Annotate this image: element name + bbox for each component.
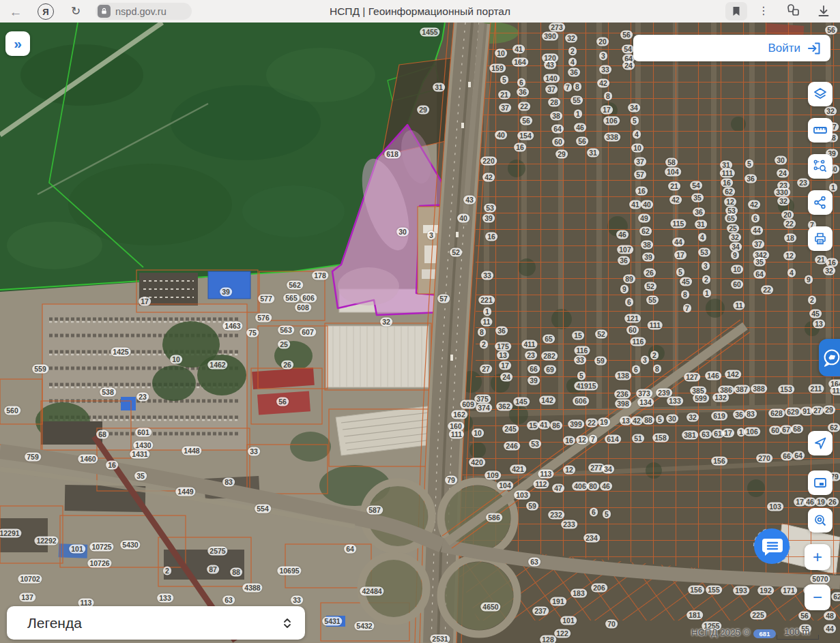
tabs-button[interactable] (785, 3, 801, 18)
browser-menu-button[interactable]: ⋮ (757, 3, 770, 18)
minimap-toggle-button[interactable] (808, 470, 832, 495)
address-bar[interactable]: nspd.gov.ru (96, 3, 192, 20)
minus-icon: − (813, 588, 822, 607)
login-button[interactable]: Войти (768, 42, 800, 55)
navigation-arrow-icon (813, 436, 828, 451)
chevron-up-down-icon (282, 616, 293, 630)
zoom-to-extent-button[interactable] (808, 508, 832, 533)
search-login-bar[interactable]: Войти (633, 35, 830, 61)
satellite-map[interactable] (0, 0, 840, 643)
draw-object-button[interactable] (819, 339, 840, 376)
magnifier-target-icon (813, 513, 828, 528)
map-viewport[interactable]: 1455312961830343405257321783956257756560… (0, 0, 840, 643)
plus-icon: + (813, 548, 822, 567)
legend-label: Легенда (27, 615, 82, 631)
geoportal-page: 1455312961830343405257321783956257756560… (0, 0, 840, 643)
print-button[interactable] (808, 226, 832, 251)
measure-button[interactable] (808, 118, 832, 143)
scale-bar (777, 635, 819, 640)
share-icon (813, 195, 828, 210)
expand-panel-button[interactable]: » (5, 31, 30, 56)
zoom-in-button[interactable]: + (805, 544, 830, 570)
picture-in-picture-icon (813, 475, 828, 490)
layers-button[interactable] (808, 82, 832, 106)
select-area-search-icon (813, 159, 828, 174)
layers-icon (813, 87, 828, 102)
double-chevron-right-icon: » (14, 35, 22, 52)
url-text: nspd.gov.ru (115, 6, 166, 17)
downloads-button[interactable] (816, 3, 831, 18)
share-button[interactable] (808, 190, 832, 215)
ruler-icon (813, 123, 828, 138)
map-attribution: НСПД 2025 © (691, 627, 750, 638)
browser-logo-icon[interactable]: Я (38, 3, 54, 20)
download-icon (816, 3, 831, 18)
login-icon (807, 41, 822, 56)
browser-back-button[interactable]: ← (8, 4, 23, 19)
bookmark-button[interactable] (725, 2, 747, 20)
reload-button[interactable]: ↻ (68, 3, 83, 18)
chat-assistant-button[interactable] (746, 520, 798, 572)
object-count-badge: 681 (753, 629, 776, 638)
bookmark-icon (732, 6, 740, 16)
lock-icon[interactable] (98, 5, 111, 18)
legend-dropdown[interactable]: Легенда (7, 606, 305, 640)
tabs-icon (785, 3, 801, 18)
area-search-button[interactable] (808, 154, 832, 179)
geolocation-button[interactable] (808, 431, 832, 455)
browser-toolbar: ← Я ↻ nspd.gov.ru НСПД | Геоинформационн… (0, 0, 840, 23)
printer-icon (813, 231, 828, 246)
zoom-out-button[interactable]: − (805, 584, 830, 610)
draw-polygon-pin-icon (822, 348, 840, 368)
